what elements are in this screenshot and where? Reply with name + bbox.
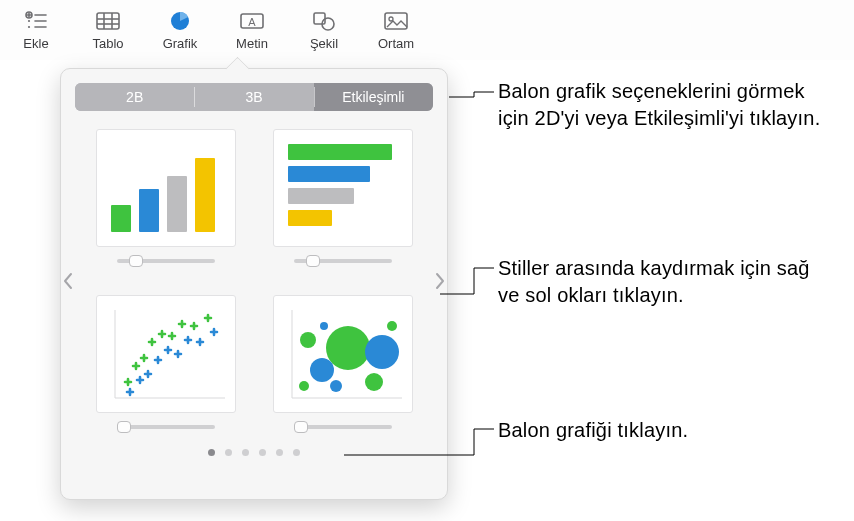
svg-rect-6 bbox=[97, 13, 119, 29]
page-dot[interactable] bbox=[208, 449, 215, 456]
toolbar-text[interactable]: A Metin bbox=[216, 8, 288, 51]
chart-type-tabs: 2B 3B Etkileşimli bbox=[75, 83, 433, 111]
svg-point-30 bbox=[320, 322, 328, 330]
callout-bottom: Balon grafiği tıklayın. bbox=[498, 417, 818, 444]
toolbar-table[interactable]: Tablo bbox=[72, 8, 144, 51]
svg-point-4 bbox=[28, 20, 30, 22]
svg-point-26 bbox=[365, 373, 383, 391]
toolbar-label: Metin bbox=[236, 36, 268, 51]
chart-preview-slider bbox=[288, 255, 398, 267]
tab-2d[interactable]: 2B bbox=[75, 83, 194, 111]
textbox-icon: A bbox=[238, 8, 266, 34]
scatter-chart-preview bbox=[96, 295, 236, 413]
callout-middle: Stiller arasında kaydırmak için sağ ve s… bbox=[498, 255, 818, 309]
bar-chart-preview bbox=[273, 129, 413, 247]
column-chart-preview bbox=[96, 129, 236, 247]
page-dot[interactable] bbox=[259, 449, 266, 456]
tab-label: 2B bbox=[126, 89, 143, 105]
table-icon bbox=[94, 8, 122, 34]
page-dot[interactable] bbox=[293, 449, 300, 456]
svg-point-5 bbox=[28, 26, 30, 28]
svg-point-29 bbox=[387, 321, 397, 331]
svg-point-27 bbox=[330, 380, 342, 392]
svg-point-28 bbox=[299, 381, 309, 391]
chart-option-scatter[interactable] bbox=[93, 295, 238, 433]
svg-point-22 bbox=[326, 326, 370, 370]
toolbar-label: Ekle bbox=[23, 36, 48, 51]
toolbar-insert[interactable]: Ekle bbox=[0, 8, 72, 51]
tab-label: 3B bbox=[245, 89, 262, 105]
chevron-left-icon bbox=[63, 272, 73, 290]
page-dot[interactable] bbox=[225, 449, 232, 456]
toolbar: Ekle Tablo Grafik A Metin Şekil Ortam bbox=[0, 0, 854, 60]
shapes-icon bbox=[310, 8, 338, 34]
svg-text:A: A bbox=[248, 16, 256, 28]
toolbar-media[interactable]: Ortam bbox=[360, 8, 432, 51]
toolbar-shape[interactable]: Şekil bbox=[288, 8, 360, 51]
toolbar-label: Ortam bbox=[378, 36, 414, 51]
page-dot[interactable] bbox=[242, 449, 249, 456]
prev-style-arrow[interactable] bbox=[61, 269, 75, 293]
chart-option-bubble[interactable] bbox=[270, 295, 415, 433]
tab-interactive[interactable]: Etkileşimli bbox=[314, 83, 433, 111]
chart-option-bar[interactable] bbox=[270, 129, 415, 267]
chevron-right-icon bbox=[435, 272, 445, 290]
tab-label: Etkileşimli bbox=[342, 89, 404, 105]
toolbar-label: Şekil bbox=[310, 36, 338, 51]
chart-option-column[interactable] bbox=[93, 129, 238, 267]
style-page-dots bbox=[75, 449, 433, 456]
bubble-chart-preview bbox=[273, 295, 413, 413]
image-icon bbox=[382, 8, 410, 34]
tab-3d[interactable]: 3B bbox=[194, 83, 313, 111]
pie-chart-icon bbox=[166, 8, 194, 34]
chart-popover: 2B 3B Etkileşimli bbox=[60, 68, 448, 500]
toolbar-label: Grafik bbox=[163, 36, 198, 51]
chart-preview-slider bbox=[288, 421, 398, 433]
svg-rect-14 bbox=[314, 13, 325, 24]
svg-point-17 bbox=[389, 17, 393, 21]
next-style-arrow[interactable] bbox=[433, 269, 447, 293]
svg-point-25 bbox=[300, 332, 316, 348]
toolbar-chart[interactable]: Grafik bbox=[144, 8, 216, 51]
chart-preview-slider bbox=[111, 255, 221, 267]
page-dot[interactable] bbox=[276, 449, 283, 456]
svg-point-23 bbox=[365, 335, 399, 369]
callout-top: Balon grafik seçeneklerini görmek için 2… bbox=[498, 78, 838, 132]
chart-preview-slider bbox=[111, 421, 221, 433]
toolbar-label: Tablo bbox=[92, 36, 123, 51]
svg-point-24 bbox=[310, 358, 334, 382]
plus-list-icon bbox=[22, 8, 50, 34]
